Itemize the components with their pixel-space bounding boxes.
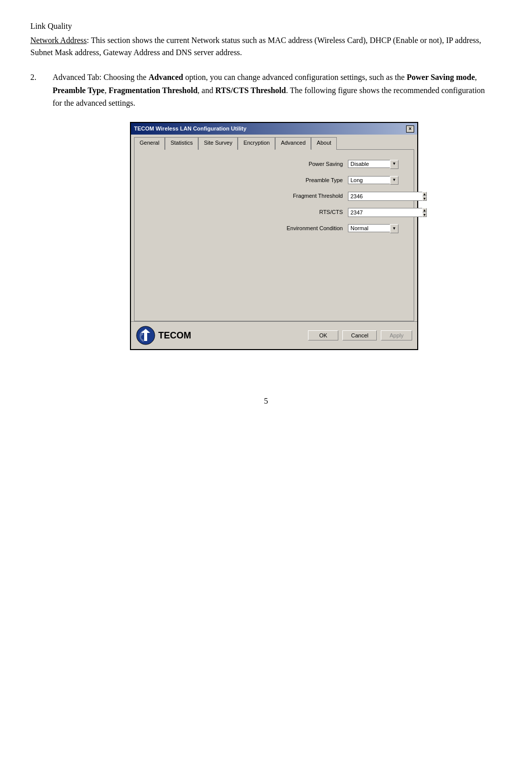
rts-cts-spinner: ▲ ▼ [348, 208, 398, 217]
item2-mid-text: option, you can change advanced configur… [183, 73, 407, 81]
dialog-titlebar: TECOM Wireless LAN Configuration Utility… [131, 123, 417, 135]
link-quality-text: Link Quality [30, 20, 496, 32]
dialog-title: TECOM Wireless LAN Configuration Utility [134, 124, 246, 134]
tecom-logo: TECOM [136, 326, 191, 345]
environment-label: Environment Condition [252, 224, 343, 233]
dialog-close-button[interactable]: × [406, 125, 414, 133]
network-address-para: Network Address: This section shows the … [30, 34, 496, 59]
network-address-label: Network Address [30, 36, 87, 45]
preamble-type-label: Preamble Type [252, 176, 343, 185]
tecom-logo-icon [136, 326, 155, 345]
preamble-type-control: Long Short ▼ [348, 176, 398, 185]
dialog-window: TECOM Wireless LAN Configuration Utility… [130, 122, 418, 350]
preamble-type-select[interactable]: Long Short [348, 176, 398, 184]
power-saving-label: Power Saving [252, 160, 343, 169]
item2-advanced-bold: Advanced [149, 73, 183, 81]
preamble-type-row: Preamble Type Long Short ▼ [150, 176, 398, 185]
power-saving-control: Disable Enable ▼ [348, 160, 398, 169]
tecom-brand-text: TECOM [158, 328, 191, 343]
tab-statistics[interactable]: Statistics [165, 137, 198, 150]
rts-cts-spinner-buttons: ▲ ▼ [422, 208, 427, 217]
tab-general[interactable]: General [134, 137, 165, 150]
rts-cts-row: RTS/CTS ▲ ▼ [150, 208, 398, 217]
numbered-item-2: 2. Advanced Tab: Choosing the Advanced o… [30, 71, 496, 366]
item2-power-saving-bold: Power Saving mode [407, 73, 475, 81]
fragment-threshold-input[interactable] [348, 192, 422, 201]
fragment-threshold-down-button[interactable]: ▼ [422, 196, 427, 201]
tab-site-survey[interactable]: Site Survey [198, 137, 238, 150]
fragment-threshold-spinner-buttons: ▲ ▼ [422, 192, 427, 201]
dialog-content: Power Saving Disable Enable ▼ [134, 149, 414, 321]
item-body-2: Advanced Tab: Choosing the Advanced opti… [53, 71, 496, 366]
fragment-threshold-label: Fragment Threshold [252, 192, 343, 201]
cancel-button[interactable]: Cancel [342, 330, 377, 340]
item2-intro-text: Advanced Tab: Choosing the [53, 73, 149, 81]
item2-preamble-bold: Preamble Type [53, 86, 105, 95]
tab-advanced[interactable]: Advanced [275, 137, 311, 150]
dialog-tabs: General Statistics Site Survey Encryptio… [131, 135, 417, 149]
power-saving-row: Power Saving Disable Enable ▼ [150, 160, 398, 169]
item2-fragment-bold: Fragmentation Threshold [109, 86, 198, 95]
tab-about[interactable]: About [311, 137, 337, 150]
rts-cts-input[interactable] [348, 208, 422, 217]
rts-cts-label: RTS/CTS [252, 208, 343, 217]
rts-cts-up-button[interactable]: ▲ [422, 208, 427, 212]
fragment-threshold-up-button[interactable]: ▲ [422, 192, 427, 196]
ok-button[interactable]: OK [308, 330, 338, 340]
apply-button[interactable]: Apply [381, 330, 412, 340]
power-saving-select[interactable]: Disable Enable [348, 160, 398, 168]
item2-sep3: , and [198, 86, 215, 95]
item2-sep2: , [105, 86, 109, 95]
network-address-desc: This section shows the current Network s… [30, 36, 481, 57]
page-number: 5 [30, 397, 502, 406]
environment-select[interactable]: Normal Indoor Outdoor [348, 224, 398, 232]
fragment-threshold-row: Fragment Threshold ▲ ▼ [150, 192, 398, 201]
item2-sep1: , [475, 73, 477, 81]
dialog-footer: TECOM OK Cancel Apply [131, 321, 417, 349]
fragment-threshold-spinner: ▲ ▼ [348, 192, 398, 201]
dialog-container: TECOM Wireless LAN Configuration Utility… [53, 122, 496, 350]
rts-cts-down-button[interactable]: ▼ [422, 212, 427, 217]
tab-encryption[interactable]: Encryption [238, 137, 275, 150]
environment-control: Normal Indoor Outdoor ▼ [348, 224, 398, 233]
item2-rtscts-bold: RTS/CTS Threshold [215, 86, 286, 95]
environment-row: Environment Condition Normal Indoor Outd… [150, 224, 398, 233]
item-number-2: 2. [30, 71, 45, 366]
